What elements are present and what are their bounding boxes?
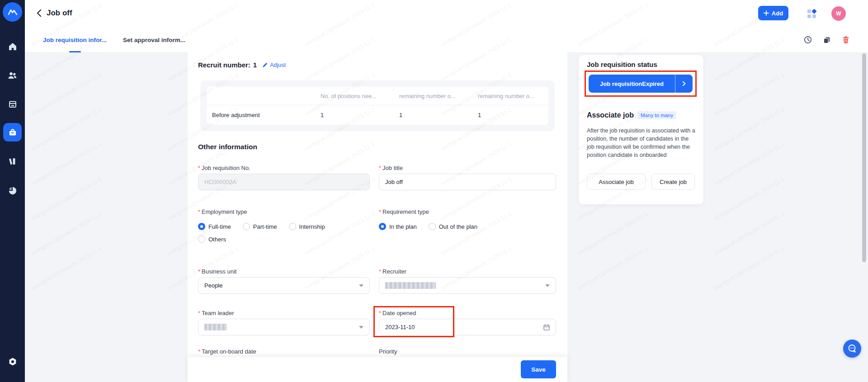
radio-icon — [243, 223, 250, 230]
table-cell: 1 — [394, 112, 472, 118]
field-employment-type: * Employment type Full-time Part-time In… — [198, 208, 370, 243]
sidebar-item-jobs[interactable] — [3, 123, 22, 141]
copy-icon — [823, 36, 831, 44]
delete-button[interactable] — [842, 36, 850, 44]
field-label: Team leader — [202, 310, 234, 316]
chevron-right-icon — [681, 80, 687, 87]
radio-part-time[interactable]: Part-time — [243, 223, 277, 230]
radio-out-of-the-plan[interactable]: Out of the plan — [429, 223, 477, 230]
add-button-label: Add — [772, 10, 783, 17]
app-logo[interactable] — [3, 2, 22, 22]
recruit-number-value: 1 — [253, 61, 257, 69]
job-requisition-status-card: Job requisition status Job requisitionEx… — [579, 55, 703, 204]
apps-square — [812, 14, 816, 18]
status-button[interactable]: Job requisitionExpired — [589, 75, 693, 93]
chevron-down-icon — [545, 284, 550, 287]
briefcase-icon — [8, 128, 17, 137]
table-row: Before adjustment 1 1 1 — [207, 105, 548, 125]
plus-icon — [764, 10, 769, 16]
table-header-remaining-2: remaining number o... — [472, 93, 548, 99]
team-leader-select[interactable] — [198, 319, 370, 335]
recruiter-select[interactable] — [379, 277, 556, 294]
sidebar-item-settings[interactable] — [0, 357, 25, 366]
watermark-text: wangyue1@mokahr 2023-11-1 — [713, 164, 806, 222]
business-unit-select[interactable]: People — [198, 277, 370, 294]
status-button-chevron[interactable] — [675, 80, 693, 87]
section-title-other-information: Other information — [198, 143, 257, 151]
recruit-number-label: Recruit number: — [198, 61, 250, 69]
tab-set-approval-information[interactable]: Set approval inform... — [123, 27, 185, 52]
sidebar-item-home[interactable] — [0, 42, 25, 51]
field-priority: Priority — [379, 348, 556, 357]
adjustment-table-wrapper: No. of positions nee... remaining number… — [200, 80, 555, 131]
redacted-value — [204, 324, 227, 330]
business-unit-value: People — [204, 282, 222, 289]
required-marker: * — [379, 165, 381, 171]
radio-icon — [289, 223, 296, 230]
tab-job-requisition-information[interactable]: Job requisition infor... — [43, 27, 107, 52]
associate-job-button[interactable]: Associate job — [587, 174, 646, 190]
required-marker: * — [198, 208, 200, 215]
field-label: Job title — [382, 165, 403, 171]
watermark-text: wangyue1@mokahr 2023-11-1 — [30, 94, 123, 152]
date-opened-input[interactable]: 2023-11-10 — [379, 319, 556, 335]
radio-label: Out of the plan — [439, 223, 477, 230]
history-button[interactable] — [804, 36, 812, 44]
field-label: Business unit — [202, 268, 236, 275]
watermark-text: wangyue1@mokahr 2023-11-1 — [713, 94, 806, 152]
radio-internship[interactable]: Internship — [289, 223, 325, 230]
chat-bubble-icon — [847, 343, 858, 354]
main-form-panel: Recruit number: 1 Adjust No. of position… — [188, 52, 567, 382]
required-marker: * — [198, 310, 200, 316]
required-marker: * — [379, 310, 381, 316]
field-requirement-type: * Requirement type In the plan Out of th… — [379, 208, 556, 230]
apps-square — [807, 14, 811, 18]
radio-others[interactable]: Others — [198, 236, 226, 243]
field-recruiter: * Recruiter — [379, 268, 556, 294]
table-cell: 1 — [472, 112, 548, 118]
calendar-icon — [8, 99, 17, 108]
radio-full-time[interactable]: Full-time — [198, 223, 231, 230]
adjust-link-label: Adjust — [270, 62, 286, 68]
watermark-text: wangyue1@mokahr 2023-11-1 — [576, 199, 669, 256]
tab-bar: Job requisition infor... Set approval in… — [25, 27, 868, 53]
job-title-value[interactable] — [385, 174, 550, 190]
watermark-text: wangyue1@mokahr 2023-11-1 — [30, 60, 123, 117]
library-icon — [8, 157, 17, 166]
create-job-button[interactable]: Create job — [651, 174, 695, 190]
save-button[interactable]: Save — [521, 360, 556, 378]
adjust-link[interactable]: Adjust — [262, 62, 286, 68]
associate-job-description: After the job requisition is associated … — [587, 127, 696, 160]
field-label: Employment type — [202, 208, 247, 215]
apps-diamond — [811, 9, 816, 14]
status-card-title: Job requisition status — [587, 61, 657, 68]
apps-grid-button[interactable] — [807, 9, 816, 18]
required-marker: * — [198, 268, 200, 275]
table-header-row: No. of positions nee... remaining number… — [207, 87, 548, 105]
user-avatar[interactable]: W — [831, 6, 846, 21]
radio-label: Internship — [299, 223, 325, 230]
table-row-label: Before adjustment — [207, 112, 315, 118]
field-date-opened: * Date opened 2023-11-10 — [379, 310, 556, 335]
radio-selected-icon — [379, 223, 386, 230]
sidebar-item-reports[interactable] — [0, 186, 25, 195]
page-title: Job off — [47, 9, 72, 18]
copy-button[interactable] — [823, 36, 831, 44]
sidebar-item-calendar[interactable] — [0, 99, 25, 108]
sidebar-item-team[interactable] — [0, 71, 25, 80]
back-button[interactable] — [35, 8, 45, 19]
watermark-text: wangyue1@mokahr 2023-11-1 — [713, 199, 806, 256]
associate-job-title: Associate job — [587, 111, 634, 119]
radio-in-the-plan[interactable]: In the plan — [379, 223, 417, 230]
job-title-input[interactable] — [379, 174, 556, 190]
radio-icon — [429, 223, 436, 230]
add-button[interactable]: Add — [758, 6, 788, 20]
radio-label: In the plan — [389, 223, 417, 230]
scrollbar-thumb[interactable] — [862, 53, 866, 262]
required-marker: * — [198, 348, 200, 355]
field-label: Requirement type — [382, 208, 429, 215]
radio-icon — [198, 236, 205, 243]
sidebar-item-library[interactable] — [0, 157, 25, 166]
chat-fab-button[interactable] — [843, 340, 861, 358]
required-marker: * — [379, 268, 381, 275]
